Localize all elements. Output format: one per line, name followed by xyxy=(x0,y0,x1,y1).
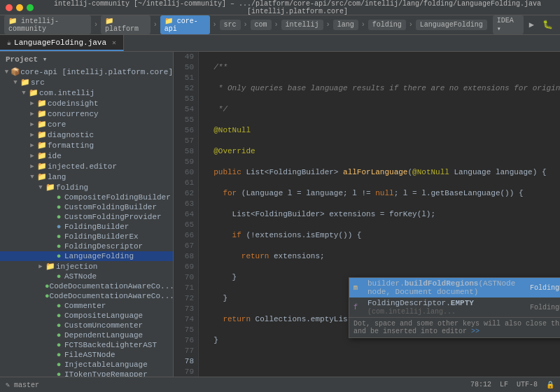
tree-item-custom-folding-builder[interactable]: ● CustomFoldingBuilder xyxy=(0,202,173,212)
arrow-folding: ▼ xyxy=(36,184,45,191)
ac-label-1: FoldingDescriptor.EMPTY (com.intellij.la… xyxy=(368,299,526,316)
tree-item-language-folding[interactable]: ● LanguageFolding xyxy=(0,251,173,261)
label-cu: CustomUncommenter xyxy=(64,321,143,330)
tree-item-diagnostic[interactable]: ▶ 📁 diagnostic xyxy=(0,130,173,140)
tree-item-custom-folding-provider[interactable]: ● CustomFoldingProvider xyxy=(0,212,173,222)
line-num-59: 59 xyxy=(178,157,194,167)
ac-item-1[interactable]: f FoldingDescriptor.EMPTY (com.intellij.… xyxy=(349,298,560,317)
label-file-astnode: FileASTNode xyxy=(64,351,115,359)
arrow-core: ▶ xyxy=(28,120,36,128)
code-line-56: List<FoldingBuilder> extensions = forKey… xyxy=(204,209,560,220)
class-icon16: ● xyxy=(53,360,64,369)
breadcrumb-core-api[interactable]: 📁 core-api xyxy=(160,15,210,34)
tree-item-dependent-language[interactable]: ● DependentLanguage xyxy=(0,330,173,340)
tree-item-formatting[interactable]: ▶ 📁 formatting xyxy=(0,140,173,150)
breadcrumb-folding[interactable]: folding xyxy=(368,20,406,30)
run-icon[interactable]: ▶ xyxy=(526,18,537,31)
label-cd1: CodeDocumentationAwareCo... xyxy=(50,282,174,290)
code-line-51: */ xyxy=(204,104,560,115)
code-line-57: if (!extensions.isEmpty()) { xyxy=(204,230,560,241)
tree-item-folding-builder[interactable]: ● FoldingBuilder xyxy=(0,222,173,232)
label-fcts: FCTSBackedLighterAST xyxy=(64,341,157,349)
label-dl: DependentLanguage xyxy=(64,331,143,340)
tree-item-injectable-language[interactable]: ● InjectableLanguage xyxy=(0,360,173,370)
module-icon: 📦 xyxy=(10,67,20,76)
tree-item-folding[interactable]: ▼ 📁 folding xyxy=(0,182,173,192)
tree-item-folding-builder-ex[interactable]: ● FoldingBuilderEx xyxy=(0,232,173,241)
tab-language-folding[interactable]: ☕ LanguageFolding.java ✕ xyxy=(0,35,124,51)
traffic-lights xyxy=(6,4,34,11)
tree-item-lang[interactable]: ▼ 📁 lang xyxy=(0,172,173,182)
class-icon17: ● xyxy=(53,370,64,377)
maximize-button[interactable] xyxy=(27,4,34,11)
idea-badge[interactable]: IDEA ▾ xyxy=(493,15,524,34)
tree-item-com-intellij[interactable]: ▼ 📁 com.intellij xyxy=(0,88,173,98)
tree-root[interactable]: ▼ 📦 core-api [intellij.platform.core] xyxy=(0,66,173,77)
class-icon4: ● xyxy=(53,232,64,241)
sidebar-header[interactable]: Project ▾ xyxy=(0,52,173,66)
tree-item-injection[interactable]: ▶ 📁 injection xyxy=(0,261,173,272)
class-icon5: ● xyxy=(53,242,64,251)
tab-close-icon[interactable]: ✕ xyxy=(112,38,116,47)
tree-item-src[interactable]: ▼ 📁 src xyxy=(0,77,173,88)
arrow-src: ▼ xyxy=(11,79,20,86)
arrow-diagnostic: ▶ xyxy=(28,131,36,139)
tree-root-label: core-api [intellij.platform.core] xyxy=(20,68,173,76)
label-formatting: formatting xyxy=(48,141,94,150)
label-injection: injection xyxy=(56,262,97,271)
status-lf[interactable]: LF xyxy=(500,381,508,388)
tree-item-folding-descriptor[interactable]: ● FoldingDescriptor xyxy=(0,241,173,251)
line-num-71: 71 xyxy=(178,283,194,293)
arrow-com-intellij: ▼ xyxy=(20,90,28,97)
class-icon10: ● xyxy=(53,302,64,310)
breadcrumb-com[interactable]: com xyxy=(251,20,272,30)
project-sidebar: Project ▾ ▼ 📦 core-api [intellij.platfor… xyxy=(0,52,174,377)
ac-item-0[interactable]: m builder.buildFoldRegions(ASTNode node,… xyxy=(349,278,560,298)
code-line-63 xyxy=(204,356,560,367)
tree-item-commenter[interactable]: ● Commenter xyxy=(0,301,173,311)
line-num-58: 58 xyxy=(178,146,194,157)
tree-item-injected-editor[interactable]: ▶ 📁 injected.editor xyxy=(0,161,173,172)
window-title: intellij-community [~/intellij-community… xyxy=(41,0,554,15)
tree-item-codedoc2[interactable]: ● CodeDocumentationAwareCo... xyxy=(0,291,173,301)
label-concurrency: concurrency xyxy=(48,110,99,118)
label-cusp: CustomFoldingProvider xyxy=(64,213,162,221)
label-fb: FoldingBuilder xyxy=(64,223,129,231)
tree-item-composite-language[interactable]: ● CompositeLanguage xyxy=(0,311,173,321)
tree-item-composite-folding-builder[interactable]: ● CompositeFoldingBuilder xyxy=(0,192,173,202)
line-num-49: 49 xyxy=(178,52,194,62)
breadcrumb-lang[interactable]: lang xyxy=(333,20,358,30)
close-button[interactable] xyxy=(6,4,13,11)
debug-icon[interactable]: 🐛 xyxy=(540,18,556,31)
tree-item-custom-uncommenter[interactable]: ● CustomUncommenter xyxy=(0,321,173,330)
folder-folding-icon: 📁 xyxy=(45,183,56,192)
breadcrumb-intellij[interactable]: intellij xyxy=(281,20,323,30)
line-num-65: 65 xyxy=(178,220,194,230)
line-num-68: 68 xyxy=(178,251,194,262)
class-icon8: ● xyxy=(45,282,50,290)
breadcrumb-platform[interactable]: 📁 platform xyxy=(101,15,150,34)
status-lock-icon[interactable]: 🔒 xyxy=(546,381,554,389)
tree-item-codedoc1[interactable]: ● CodeDocumentationAwareCo... xyxy=(0,281,173,291)
tree-item-concurrency[interactable]: ▶ 📁 concurrency xyxy=(0,108,173,119)
ac-method-icon: m xyxy=(354,284,363,292)
tree-item-file-astnode[interactable]: ● FileASTNode xyxy=(0,350,173,360)
tree-item-itoken-remapper[interactable]: ● ITokenTypeRemapper xyxy=(0,370,173,377)
line-num-77: 77 xyxy=(178,346,194,356)
tree-item-core[interactable]: ▶ 📁 core xyxy=(0,119,173,130)
tree-item-ide[interactable]: ▶ 📁 ide xyxy=(0,150,173,161)
tree-item-codeinsight[interactable]: ▶ 📁 codeinsight xyxy=(0,98,173,108)
minimize-button[interactable] xyxy=(16,4,23,11)
main-area: Project ▾ ▼ 📦 core-api [intellij.platfor… xyxy=(0,52,560,377)
status-encoding[interactable]: UTF-8 xyxy=(517,381,538,388)
breadcrumb-intellij-community[interactable]: 📁 intellij-community xyxy=(4,15,91,34)
status-git[interactable]: ✎ master xyxy=(6,381,39,389)
ac-hint-link[interactable]: >> xyxy=(471,328,479,335)
tree-item-astnode[interactable]: ● ASTNode xyxy=(0,272,173,281)
class-icon11: ● xyxy=(53,312,64,320)
breadcrumb-src[interactable]: src xyxy=(220,20,241,30)
tree-item-fcts-backed[interactable]: ● FCTSBackedLighterAST xyxy=(0,340,173,350)
status-position[interactable]: 78:12 xyxy=(470,381,491,388)
code-line-58: return extensions; xyxy=(204,251,560,262)
breadcrumb-language-folding[interactable]: LanguageFolding xyxy=(416,20,487,30)
